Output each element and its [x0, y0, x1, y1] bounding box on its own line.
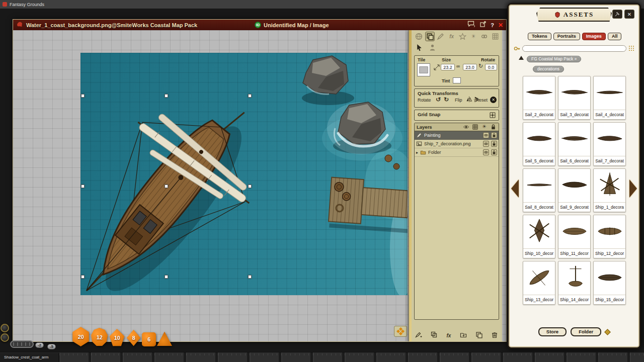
tint-swatch[interactable]	[453, 77, 461, 83]
water-map-image[interactable]	[80, 53, 408, 295]
asset-card[interactable]: Sail_2_decorat	[523, 76, 555, 120]
selection-handle[interactable]	[165, 94, 168, 98]
layer-row-folder[interactable]: ▸ Folder	[415, 148, 499, 157]
id-badge-icon[interactable]: ID	[255, 22, 261, 28]
asset-card[interactable]: Sail_9_decorat	[558, 168, 591, 212]
asset-card[interactable]: Ship_10_decor	[523, 215, 555, 258]
shapes-icon[interactable]	[458, 32, 467, 41]
link-icon[interactable]	[483, 132, 489, 138]
modifier-chip[interactable]: -2	[35, 342, 44, 348]
link-icon[interactable]	[480, 32, 490, 41]
page-right-arrow[interactable]	[629, 179, 637, 198]
size-width-field[interactable]: 23.2	[441, 64, 455, 70]
layers-icon[interactable]	[425, 32, 435, 41]
asset-card[interactable]: Sail_4_decorat	[593, 76, 626, 120]
collapse-arrow-icon[interactable]	[519, 56, 524, 60]
selection-handle[interactable]	[81, 185, 85, 188]
expander-icon[interactable]: ▸	[416, 150, 418, 155]
radial-menu-button[interactable]	[394, 326, 407, 337]
lighting-toggle-icon[interactable]: ☀	[481, 124, 488, 130]
asset-card[interactable]: Ship_15_decor	[593, 261, 626, 305]
grid-icon[interactable]	[491, 32, 500, 41]
selection-handle[interactable]	[81, 275, 85, 279]
d12-die[interactable]: 12	[91, 328, 108, 346]
asset-card[interactable]: Ship_11_decor	[558, 215, 591, 258]
asset-card[interactable]: Sail_6_decorat	[558, 122, 591, 166]
reset-button[interactable]: ✕	[490, 97, 497, 103]
rotate-value-field[interactable]: 0.0	[485, 64, 497, 70]
link-icon[interactable]	[483, 141, 489, 147]
asset-card[interactable]: Sail_3_decorat	[558, 76, 591, 120]
lock-icon[interactable]	[491, 141, 497, 147]
size-height-field[interactable]: 23.0	[463, 64, 477, 70]
d10-die[interactable]: 10	[109, 329, 125, 346]
tab-tokens[interactable]: Tokens	[528, 33, 551, 40]
add-effects-layer-icon[interactable]: fx	[446, 333, 451, 338]
map-canvas[interactable]: fx ☀ Tile Size Rotate 23.2	[13, 30, 506, 341]
d4-die[interactable]	[156, 331, 173, 346]
selection-handle[interactable]	[165, 185, 168, 188]
lock-icon[interactable]	[490, 124, 497, 130]
tab-portraits[interactable]: Portraits	[553, 33, 580, 40]
grid-toggle-icon[interactable]	[472, 124, 478, 130]
chat-dial-button[interactable]	[1, 333, 9, 342]
selection-handle[interactable]	[81, 94, 85, 98]
layer-row-painting[interactable]: Painting	[415, 131, 499, 140]
asset-card[interactable]: Sail_7_decorat	[593, 122, 626, 166]
link-dimensions-icon[interactable]: ∞	[456, 63, 460, 69]
d6-die[interactable]: 6	[142, 332, 156, 346]
share-icon[interactable]	[467, 21, 475, 30]
effects-icon[interactable]: fx	[447, 32, 456, 41]
selection-handle[interactable]	[248, 275, 252, 279]
duplicate-layer-icon[interactable]	[475, 331, 482, 339]
delete-layer-icon[interactable]	[491, 331, 498, 339]
flip-horizontal-icon[interactable]	[466, 96, 472, 103]
person-icon[interactable]	[427, 43, 437, 52]
store-button[interactable]: Store	[538, 327, 567, 336]
hotkey-slots[interactable]	[59, 352, 644, 362]
export-icon[interactable]	[479, 21, 487, 30]
draw-icon[interactable]	[436, 32, 446, 41]
eye-icon[interactable]	[463, 124, 469, 130]
rotate-icon[interactable]: ↻	[478, 63, 483, 69]
close-icon[interactable]: ✕	[624, 10, 634, 19]
breadcrumb-folder[interactable]: decorations	[533, 66, 564, 72]
add-folder-icon[interactable]	[460, 331, 467, 339]
panel-scrollbar[interactable]	[409, 30, 412, 341]
asset-card[interactable]: Sail_8_decorat	[523, 168, 555, 212]
map-titlebar[interactable]: Water_1_coast_background.png@SmiteWorks …	[13, 20, 506, 30]
asset-card[interactable]: Ship_12_decor	[593, 215, 626, 258]
asset-card[interactable]: Sail_5_decorat	[523, 122, 555, 166]
tab-images[interactable]: Images	[582, 33, 606, 40]
selection-handle[interactable]	[248, 94, 252, 98]
grid-snap-box[interactable]: Grid Snap	[414, 110, 499, 121]
folder-button[interactable]: Folder	[571, 327, 601, 336]
tab-all[interactable]: All	[608, 33, 622, 40]
grid-snap-icon[interactable]	[489, 112, 496, 119]
asset-card[interactable]: Ship_14_decor	[558, 261, 591, 305]
lock-icon[interactable]	[491, 149, 497, 155]
tile-thumbnail[interactable]	[417, 63, 430, 76]
options-dial-button[interactable]	[1, 324, 9, 332]
d8-die[interactable]: 8	[126, 329, 141, 346]
taskbar-item[interactable]: Shadow_crest_coat_arm	[0, 353, 59, 362]
asset-card[interactable]: Ship_1_decora	[593, 168, 626, 212]
lighting-icon[interactable]: ☀	[469, 32, 478, 41]
map-close-button[interactable]: ✕	[498, 22, 503, 29]
add-image-layer-icon[interactable]	[431, 331, 438, 339]
asset-card[interactable]: Ship_13_decor	[523, 261, 555, 305]
link-icon[interactable]	[483, 149, 489, 155]
globe-icon[interactable]	[414, 32, 424, 41]
hotkey-bar[interactable]	[10, 340, 34, 348]
gem-icon[interactable]	[604, 329, 611, 335]
add-drawing-layer-icon[interactable]	[415, 331, 422, 339]
selection-handle[interactable]	[165, 275, 168, 279]
pin-icon[interactable]	[612, 10, 622, 19]
lock-icon[interactable]	[491, 132, 497, 138]
selection-handle[interactable]	[248, 185, 252, 188]
search-input[interactable]	[522, 45, 626, 52]
pointer-icon[interactable]	[414, 43, 424, 52]
page-left-arrow[interactable]	[511, 179, 519, 198]
breadcrumb-pack[interactable]: FG Coastal Map Pack »	[527, 56, 581, 62]
layer-row-ship-decoration[interactable]: Ship_7_decoration.png	[415, 140, 499, 148]
